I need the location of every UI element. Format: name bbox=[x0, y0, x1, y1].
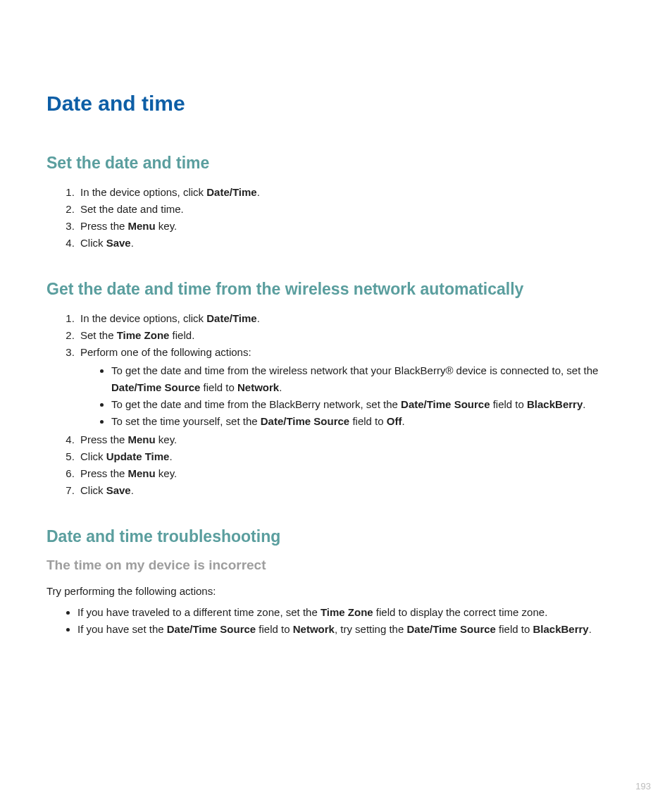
text: Press the bbox=[80, 220, 128, 232]
text: Click bbox=[80, 484, 106, 496]
text: If you have set the bbox=[77, 623, 167, 635]
bold-text: Date/Time bbox=[206, 186, 256, 198]
text: To set the time yourself, set the bbox=[111, 415, 261, 427]
list-item: To get the date and time from the BlackB… bbox=[111, 396, 626, 413]
text: . bbox=[589, 623, 592, 635]
steps-set-date-time: In the device options, click Date/Time. … bbox=[46, 184, 626, 252]
list-item: Press the Menu key. bbox=[77, 431, 626, 448]
bold-text: Date/Time Source bbox=[401, 398, 490, 410]
bold-text: Update Time bbox=[106, 450, 170, 462]
bold-text: Save bbox=[106, 484, 131, 496]
bold-text: Menu bbox=[128, 467, 156, 479]
list-item: Click Save. bbox=[77, 235, 626, 252]
text: . bbox=[279, 381, 282, 393]
text: . bbox=[583, 398, 585, 410]
text: . bbox=[402, 415, 404, 427]
text: If you have traveled to a different time… bbox=[77, 606, 321, 618]
text: Click bbox=[80, 450, 106, 462]
bold-text: Date/Time Source bbox=[111, 381, 200, 393]
text: field. bbox=[169, 329, 194, 341]
text: Press the bbox=[80, 433, 128, 445]
list-item: If you have set the Date/Time Source fie… bbox=[77, 621, 626, 638]
bold-text: Network bbox=[293, 623, 335, 635]
text: In the device options, click bbox=[80, 186, 206, 198]
text: field to bbox=[200, 381, 237, 393]
bold-text: Menu bbox=[128, 220, 156, 232]
text: In the device options, click bbox=[80, 312, 206, 324]
section-heading-troubleshooting: Date and time troubleshooting bbox=[46, 527, 626, 546]
bold-text: Time Zone bbox=[117, 329, 170, 341]
section-heading-set-date-time: Set the date and time bbox=[46, 154, 626, 173]
bold-text: Network bbox=[237, 381, 279, 393]
text: . bbox=[169, 450, 172, 462]
subsection-heading-time-incorrect: The time on my device is incorrect bbox=[46, 557, 626, 573]
section-heading-auto-date-time: Get the date and time from the wireless … bbox=[46, 280, 626, 299]
text: field to bbox=[496, 623, 533, 635]
text: field to bbox=[349, 415, 387, 427]
steps-auto-date-time: In the device options, click Date/Time. … bbox=[46, 310, 626, 499]
bold-text: Time Zone bbox=[321, 606, 373, 618]
text: To get the date and time from the wirele… bbox=[111, 364, 598, 376]
manual-page: Date and time Set the date and time In t… bbox=[0, 0, 672, 667]
text: . bbox=[131, 484, 134, 496]
text: Set the bbox=[80, 329, 117, 341]
text: key. bbox=[156, 467, 178, 479]
troubleshoot-bullets: If you have traveled to a different time… bbox=[46, 604, 626, 638]
text: field to bbox=[256, 623, 293, 635]
text: field to bbox=[490, 398, 528, 410]
bold-text: BlackBerry bbox=[533, 623, 588, 635]
list-item: Click Save. bbox=[77, 482, 626, 499]
list-item: Set the date and time. bbox=[77, 201, 626, 218]
bold-text: Date/Time Source bbox=[406, 623, 495, 635]
paragraph-intro: Try performing the following actions: bbox=[46, 583, 626, 600]
bold-text: Date/Time Source bbox=[261, 415, 349, 427]
list-item: To get the date and time from the wirele… bbox=[111, 362, 626, 396]
text: , try setting the bbox=[335, 623, 407, 635]
list-item: Press the Menu key. bbox=[77, 465, 626, 482]
bold-text: Off bbox=[387, 415, 402, 427]
text: Perform one of the following actions: bbox=[80, 346, 251, 358]
bold-text: Date/Time Source bbox=[167, 623, 256, 635]
bold-text: Save bbox=[106, 237, 131, 249]
text: Click bbox=[80, 237, 106, 249]
text: To get the date and time from the BlackB… bbox=[111, 398, 401, 410]
list-item: In the device options, click Date/Time. bbox=[77, 184, 626, 201]
list-item: Press the Menu key. bbox=[77, 218, 626, 235]
list-item: Click Update Time. bbox=[77, 448, 626, 465]
sub-bullets: To get the date and time from the wirele… bbox=[80, 362, 626, 430]
text: key. bbox=[156, 220, 178, 232]
list-item: Set the Time Zone field. bbox=[77, 327, 626, 344]
text: Press the bbox=[80, 467, 128, 479]
bold-text: Date/Time bbox=[206, 312, 256, 324]
page-number: 193 bbox=[635, 781, 651, 791]
text: . bbox=[131, 237, 134, 249]
list-item: If you have traveled to a different time… bbox=[77, 604, 626, 621]
list-item: Perform one of the following actions: To… bbox=[77, 344, 626, 430]
text: key. bbox=[156, 433, 178, 445]
text: . bbox=[257, 312, 260, 324]
text: . bbox=[257, 186, 260, 198]
bold-text: Menu bbox=[128, 433, 156, 445]
list-item: To set the time yourself, set the Date/T… bbox=[111, 413, 626, 430]
text: field to display the correct time zone. bbox=[373, 606, 548, 618]
page-title: Date and time bbox=[46, 92, 626, 116]
list-item: In the device options, click Date/Time. bbox=[77, 310, 626, 327]
bold-text: BlackBerry bbox=[527, 398, 583, 410]
